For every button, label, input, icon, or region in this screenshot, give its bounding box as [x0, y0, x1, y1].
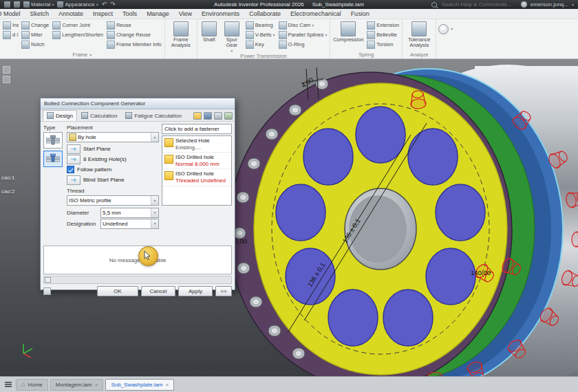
tab-annotate[interactable]: Annotate [54, 9, 88, 19]
tab-design[interactable]: Design [43, 110, 77, 121]
material-dropdown[interactable]: Material ▾ [23, 1, 54, 8]
parallel-splines-button[interactable]: Parallel Splines▾ [278, 30, 328, 39]
add-fastener-button[interactable]: Click to add a fastener [162, 124, 232, 134]
placement-mode-select[interactable]: By hole ▾ [67, 132, 159, 142]
corner-joint-button[interactable]: Corner Joint [52, 21, 104, 30]
tab-calculation[interactable]: Calculation [77, 110, 122, 121]
type-blind-button[interactable] [43, 151, 63, 167]
tab-sketch[interactable]: Sketch [25, 9, 54, 19]
model-viewport[interactable]: 4,00 136 ± 0,1 136 ± 0,1 140,00 140,00 c… [0, 59, 578, 376]
spur-gear-button[interactable]: Spur Gear ▾ [221, 20, 243, 53]
chevron-down-icon: ▾ [151, 219, 158, 228]
browser-icon[interactable] [3, 76, 10, 83]
user-avatar[interactable] [521, 1, 527, 8]
type-through-all-button[interactable] [43, 132, 63, 149]
help-search-input[interactable] [440, 1, 517, 8]
blind-start-plane-button[interactable] [67, 175, 81, 185]
tab-fatigue-calculation[interactable]: Fatigue Calculation [121, 110, 185, 121]
change-button[interactable]: Change [21, 21, 50, 30]
shaft-icon [202, 21, 217, 36]
tab-fusion[interactable]: Fusion [346, 9, 374, 19]
bolted-connection-dialog: Bolted Connection Component Generator De… [40, 98, 235, 290]
miter-button[interactable]: Miter [21, 30, 50, 39]
frame-analysis-button[interactable]: Frame Analysis [167, 20, 195, 49]
fatigue-tab-icon [125, 112, 132, 119]
tab-manage[interactable]: Manage [142, 9, 174, 19]
tab-view[interactable]: View [174, 9, 197, 19]
spur-gear-icon [224, 21, 239, 36]
browser-node-label[interactable]: cao:2 [1, 188, 15, 195]
change-reuse-button[interactable]: Change Reuse [106, 30, 162, 39]
save-icon[interactable] [204, 112, 212, 120]
bearing-button[interactable]: Bearing [245, 21, 276, 30]
shaft-button[interactable]: Shaft [200, 20, 219, 43]
appearance-dropdown[interactable]: Appearance ▾ [57, 1, 98, 8]
notch-button[interactable]: Notch [21, 40, 50, 49]
options-icon[interactable] [214, 112, 222, 120]
end-cap-icon [3, 31, 11, 39]
tab-home[interactable]: ⌂Home [16, 379, 48, 391]
tab-electromechanical[interactable]: Electromechanical [286, 9, 346, 19]
dialog-splitter[interactable] [43, 276, 232, 284]
tab-environments[interactable]: Environments [197, 9, 244, 19]
app-menu-icon[interactable] [4, 1, 10, 8]
dimension-diameter-right[interactable]: 140,00 [471, 269, 491, 276]
v-belts-button[interactable]: V-Belts▾ [245, 30, 276, 39]
designation-select[interactable]: Undefined ▾ [100, 219, 159, 229]
browser-node-label[interactable]: cao:1 [1, 175, 15, 181]
start-plane-button[interactable] [67, 144, 81, 154]
fastener-item[interactable]: Selected HoleExisting.... [162, 136, 231, 153]
tab-sub-swashplate[interactable]: Sub_Swashplate.iam× [105, 379, 174, 391]
chevron-down-icon[interactable]: ▾ [572, 3, 574, 7]
redo-icon[interactable]: ↷ [110, 1, 116, 8]
new-file-icon[interactable] [14, 1, 20, 8]
message-area: No messages available [43, 246, 232, 274]
thread-profile-select[interactable]: ISO Metric profile ▾ [67, 195, 159, 206]
ribbon-overflow-button[interactable] [438, 24, 449, 34]
belleville-button[interactable]: Belleville [366, 30, 400, 39]
existing-holes-row: 8 Existing Hole(s) [67, 154, 159, 164]
by-hole-icon [69, 133, 76, 141]
close-icon[interactable]: × [166, 382, 169, 388]
close-icon[interactable]: × [95, 382, 98, 388]
frame-panel-label[interactable]: Frame▾ [2, 51, 162, 58]
tab-inspect[interactable]: Inspect [88, 9, 118, 19]
chevron-down-icon[interactable]: ▾ [451, 27, 453, 31]
tab-montagem[interactable]: Montagem.iam× [50, 379, 104, 391]
insert-frame-button[interactable]: Insert [2, 21, 19, 30]
o-ring-button[interactable]: O-Ring [278, 40, 328, 49]
fastener-item[interactable]: ISO Drilled holeNormal 8,000 mm [162, 153, 231, 169]
frame-analysis-panel: Frame Analysis [165, 19, 197, 58]
existing-holes-button[interactable] [67, 155, 81, 164]
disc-cam-button[interactable]: Disc Cam▾ [278, 21, 328, 30]
open-icon[interactable] [193, 112, 202, 120]
compression-spring-button[interactable]: Compression [332, 20, 364, 43]
insert-frame-icon [3, 21, 11, 30]
diameter-select[interactable]: 5,5 mm ▾ [100, 208, 159, 218]
end-cap-button[interactable]: d Cap [2, 30, 19, 39]
apply-button[interactable]: Apply [178, 286, 213, 296]
follow-pattern-checkbox[interactable] [67, 166, 74, 173]
tab-collaborate[interactable]: Collaborate [244, 9, 286, 19]
link-icon[interactable] [224, 112, 233, 120]
undo-icon[interactable]: ↶ [102, 1, 107, 8]
extension-spring-button[interactable]: Extension [366, 21, 400, 30]
document-menu-icon[interactable] [5, 384, 12, 385]
browser-icon[interactable] [3, 66, 10, 74]
more-options-button[interactable]: >> [215, 286, 232, 296]
tolerance-analysis-button[interactable]: Tolerance Analysis [405, 20, 434, 49]
user-name[interactable]: emerson.junq... [531, 1, 568, 8]
ok-button[interactable]: OK [97, 286, 138, 296]
dialog-status-icon [43, 287, 51, 295]
drilled-hole-icon [164, 171, 173, 180]
frame-member-info-button[interactable]: Frame Member Info [106, 40, 162, 49]
fastener-item[interactable]: ISO Drilled holeThreaded Undefined [162, 169, 231, 186]
dialog-title-bar[interactable]: Bolted Connection Component Generator [41, 98, 235, 109]
tab-3d-model[interactable]: 3D Model [0, 9, 25, 19]
cancel-button[interactable]: Cancel [141, 286, 175, 296]
key-button[interactable]: Key [245, 40, 276, 49]
lengthen-shorten-button[interactable]: Lengthen/Shorten [52, 30, 104, 39]
tab-tools[interactable]: Tools [118, 9, 142, 19]
reuse-button[interactable]: Reuse [106, 21, 162, 30]
torsion-button[interactable]: Torsion [366, 40, 400, 49]
